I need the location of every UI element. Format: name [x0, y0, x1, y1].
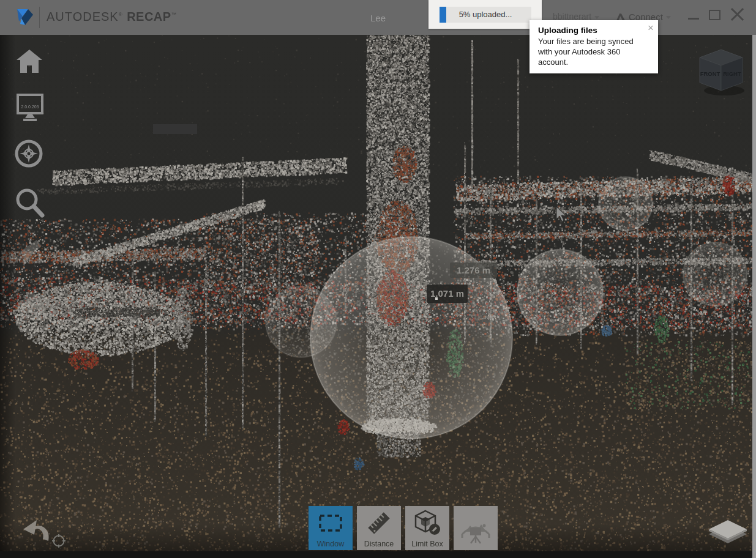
mouse-cursor [556, 206, 567, 222]
orbit-icon [52, 534, 65, 548]
window-tool-button[interactable]: Window [309, 506, 353, 550]
brand-divider [39, 7, 40, 28]
view-cube-right-label: RIGHT [723, 70, 741, 77]
search-icon [18, 190, 42, 215]
measurement-endpoint [435, 297, 438, 300]
display-settings-button[interactable]: 2.0.0.205 [16, 93, 44, 124]
notification-body: Your files are being synced with your Au… [538, 36, 647, 67]
chevron-down-icon [594, 16, 599, 19]
window-selection-icon [318, 514, 343, 532]
undo-arrow-icon [23, 520, 49, 541]
chevron-down-icon [666, 16, 671, 19]
notification-title: Uploading files [538, 26, 651, 35]
layers-icon [709, 520, 747, 543]
minimize-button[interactable] [688, 18, 699, 20]
window-bottom-edge [0, 551, 756, 558]
megaphone-icon [20, 240, 42, 264]
cloud-sync-button[interactable] [13, 290, 48, 317]
zoom-button[interactable] [14, 187, 45, 218]
announcements-button[interactable] [17, 236, 47, 266]
undo-button[interactable] [22, 519, 51, 546]
limit-box-icon [413, 510, 441, 537]
limit-box-tool-button[interactable]: Limit Box [405, 506, 449, 550]
close-icon[interactable]: × [648, 23, 654, 33]
scan-locations-tool-button[interactable] [454, 506, 498, 550]
tool-label: Distance [357, 540, 401, 548]
monitor-icon: 2.0.0.205 [18, 95, 42, 121]
ruler-icon [365, 509, 393, 537]
scan-camera-icon [460, 512, 492, 544]
measurement-label[interactable]: 1.071 m [427, 285, 468, 303]
upload-progress-panel: 5% uploaded... [429, 0, 542, 29]
orbit-pivot-button[interactable] [51, 534, 66, 548]
upload-notification-popup: × Uploading files Your files are being s… [530, 20, 658, 73]
measurement-dot [463, 280, 465, 281]
distance-tool-button[interactable]: Distance [357, 506, 401, 550]
tool-label: Limit Box [405, 540, 449, 548]
cloud-icon [17, 293, 46, 313]
view-cube-front-label: FRONT [700, 70, 720, 77]
view-cube[interactable]: FRONT RIGHT [695, 46, 747, 98]
measurement-label[interactable]: 1.276 m [450, 262, 497, 278]
compass-icon [17, 141, 41, 166]
brand-wordmark: AUTODESK® RECAP™ [47, 10, 177, 24]
point-cloud-viewport[interactable] [0, 35, 756, 558]
empty-tooltip [153, 124, 197, 134]
progress-track: 5% uploaded... [440, 7, 531, 23]
point-cloud-canvas[interactable] [0, 35, 756, 558]
recap-logo-icon [16, 8, 34, 26]
measurement-dot [468, 280, 470, 281]
home-button[interactable] [16, 48, 43, 75]
navigation-button[interactable] [14, 139, 43, 168]
progress-label: 5% uploaded... [440, 7, 531, 23]
maximize-button[interactable] [709, 10, 720, 20]
home-icon [17, 50, 42, 73]
close-button[interactable] [730, 7, 745, 22]
tool-label: Window [309, 540, 353, 548]
measure-toolbar: Window Distance [309, 506, 498, 550]
window-controls [688, 7, 745, 22]
measurement-dot [457, 280, 459, 281]
layers-button[interactable] [708, 515, 748, 547]
right-panel-handle[interactable] [752, 35, 756, 558]
version-label: 2.0.0.205 [21, 105, 39, 109]
